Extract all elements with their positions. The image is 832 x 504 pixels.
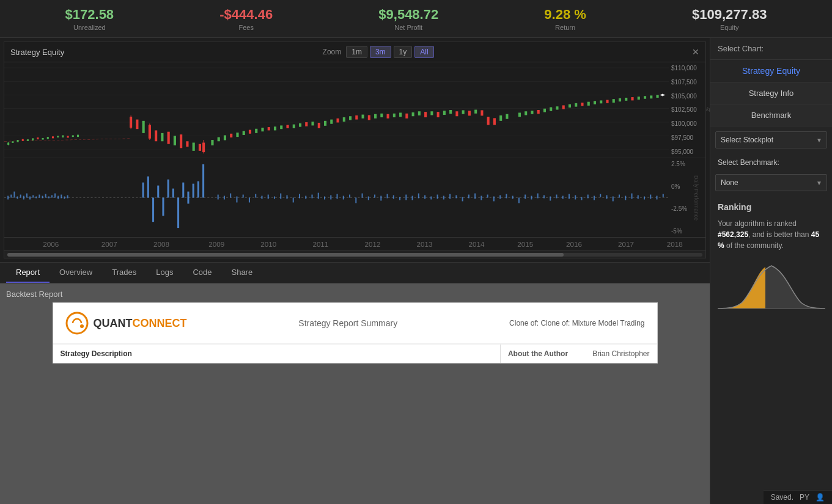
backtest-report-header: Backtest Report bbox=[4, 286, 706, 302]
svg-rect-118 bbox=[23, 196, 24, 200]
perf-y-25: 2.5% bbox=[671, 161, 703, 167]
svg-text:2011: 2011 bbox=[312, 241, 328, 248]
svg-rect-201 bbox=[562, 196, 564, 199]
svg-rect-22 bbox=[72, 135, 74, 137]
svg-text:2014: 2014 bbox=[469, 241, 485, 248]
tab-report[interactable]: Report bbox=[6, 263, 50, 283]
svg-rect-91 bbox=[537, 110, 540, 114]
svg-rect-204 bbox=[581, 197, 582, 200]
zoom-all-button[interactable]: All bbox=[414, 46, 433, 58]
tab-share[interactable]: Share bbox=[221, 263, 262, 283]
svg-rect-11 bbox=[17, 140, 19, 142]
strategy-description-label: Strategy Description bbox=[53, 345, 501, 363]
strategy-info-button[interactable]: Strategy Info bbox=[710, 82, 832, 104]
svg-rect-40 bbox=[211, 140, 213, 145]
tab-trades[interactable]: Trades bbox=[102, 263, 146, 283]
report-top-row: QUANTCONNECT Strategy Report Summary Clo… bbox=[53, 303, 657, 344]
svg-rect-159 bbox=[299, 194, 300, 199]
select-chart-label: Select Chart: bbox=[710, 38, 832, 60]
benchmark-select[interactable]: None bbox=[715, 174, 827, 191]
zoom-3m-button[interactable]: 3m bbox=[370, 46, 391, 58]
svg-rect-134 bbox=[147, 177, 149, 198]
svg-rect-178 bbox=[418, 194, 419, 199]
svg-rect-181 bbox=[437, 195, 438, 199]
svg-rect-155 bbox=[274, 197, 275, 199]
return-label: Return bbox=[544, 24, 586, 31]
right-sidebar: Select Chart: Strategy Equity Strategy I… bbox=[710, 38, 832, 504]
svg-rect-145 bbox=[202, 164, 204, 198]
svg-rect-135 bbox=[152, 198, 154, 222]
svg-rect-190 bbox=[493, 197, 495, 202]
svg-rect-44 bbox=[236, 133, 238, 137]
svg-rect-206 bbox=[594, 196, 595, 200]
svg-rect-146 bbox=[218, 195, 219, 200]
svg-text:2007: 2007 bbox=[101, 241, 117, 248]
scroll-track[interactable] bbox=[7, 253, 702, 257]
svg-rect-27 bbox=[142, 121, 145, 133]
svg-rect-152 bbox=[255, 194, 256, 198]
ranking-svg bbox=[718, 260, 825, 315]
user-icon[interactable]: 👤 bbox=[815, 493, 825, 502]
strategy-equity-button[interactable]: Strategy Equity bbox=[710, 60, 832, 82]
saved-status: Saved. bbox=[771, 493, 793, 502]
svg-rect-20 bbox=[62, 135, 64, 137]
svg-rect-169 bbox=[362, 194, 363, 198]
svg-rect-186 bbox=[468, 195, 469, 199]
svg-rect-71 bbox=[405, 114, 408, 119]
perf-chart-inner bbox=[4, 158, 669, 237]
svg-rect-15 bbox=[37, 137, 39, 139]
tab-overview[interactable]: Overview bbox=[50, 263, 102, 283]
svg-rect-104 bbox=[619, 98, 621, 101]
svg-rect-124 bbox=[42, 196, 43, 199]
svg-rect-127 bbox=[51, 195, 53, 198]
svg-rect-140 bbox=[177, 198, 179, 228]
stockplot-dropdown-wrapper[interactable]: Select Stockplot bbox=[715, 131, 827, 148]
tab-logs[interactable]: Logs bbox=[146, 263, 183, 283]
svg-rect-33 bbox=[174, 136, 176, 145]
scroll-thumb[interactable] bbox=[7, 253, 564, 257]
y-label-100k: $100,000 bbox=[671, 120, 703, 127]
svg-rect-153 bbox=[261, 196, 262, 199]
svg-rect-130 bbox=[61, 195, 62, 199]
svg-text:2008: 2008 bbox=[153, 241, 169, 248]
svg-rect-86 bbox=[499, 115, 502, 121]
svg-rect-154 bbox=[268, 195, 269, 199]
svg-rect-161 bbox=[311, 195, 312, 199]
perf-axis-label: Daily Performance bbox=[693, 175, 699, 220]
svg-rect-173 bbox=[387, 194, 388, 199]
qc-logo: QUANTCONNECT bbox=[65, 312, 187, 335]
svg-rect-179 bbox=[424, 195, 425, 199]
svg-rect-113 bbox=[7, 196, 9, 200]
svg-rect-94 bbox=[556, 106, 558, 109]
svg-rect-99 bbox=[587, 102, 590, 106]
svg-rect-141 bbox=[182, 183, 184, 198]
svg-rect-122 bbox=[35, 197, 37, 199]
equity-label: Equity bbox=[692, 24, 767, 31]
author-name: Brian Christopher bbox=[592, 349, 649, 358]
tab-code[interactable]: Code bbox=[183, 263, 221, 283]
svg-rect-60 bbox=[337, 119, 339, 123]
unrealized-value: $172.58 bbox=[65, 7, 114, 23]
svg-rect-180 bbox=[430, 197, 432, 200]
svg-rect-115 bbox=[13, 192, 15, 198]
svg-rect-53 bbox=[293, 125, 295, 128]
close-chart-button[interactable]: ✕ bbox=[692, 47, 699, 57]
equity-chart-container: $110,000 $107,500 $105,000 $102,500 $100… bbox=[4, 62, 705, 158]
scrollbar[interactable] bbox=[4, 250, 705, 258]
svg-rect-202 bbox=[569, 194, 570, 199]
svg-text:2013: 2013 bbox=[417, 241, 433, 248]
zoom-1y-button[interactable]: 1y bbox=[394, 46, 413, 58]
svg-rect-12 bbox=[22, 139, 24, 141]
benchmark-button[interactable]: Benchmark bbox=[710, 104, 832, 126]
zoom-1m-button[interactable]: 1m bbox=[346, 46, 367, 58]
stockplot-select[interactable]: Select Stockplot bbox=[715, 131, 827, 148]
svg-rect-59 bbox=[330, 120, 333, 124]
svg-rect-175 bbox=[399, 197, 400, 200]
svg-rect-147 bbox=[224, 196, 225, 200]
svg-rect-142 bbox=[187, 192, 189, 204]
svg-rect-32 bbox=[168, 132, 170, 144]
y-label-102k: $102,500 bbox=[671, 106, 703, 113]
benchmark-dropdown-wrapper[interactable]: None bbox=[715, 174, 827, 191]
svg-rect-162 bbox=[318, 193, 319, 199]
report-bottom-row: Strategy Description About the Author Br… bbox=[53, 344, 657, 363]
